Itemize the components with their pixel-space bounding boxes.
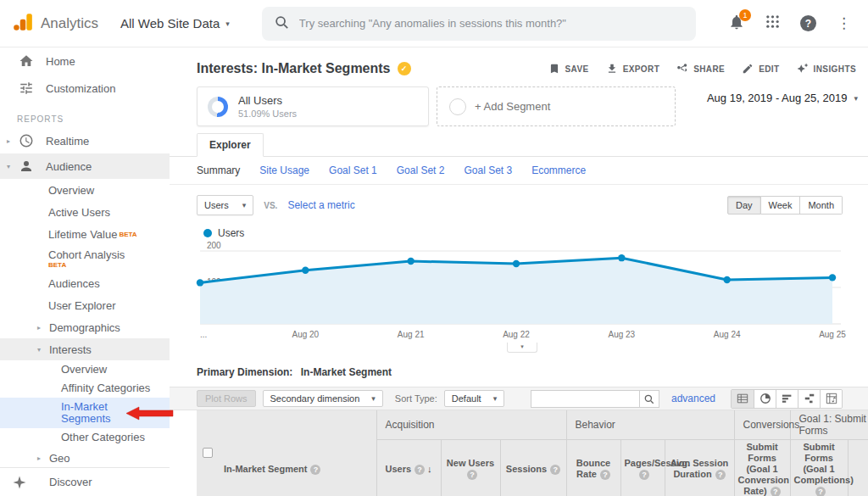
sidebar-item-discover[interactable]: Discover [0, 467, 170, 496]
subtab-summary[interactable]: Summary [197, 164, 240, 176]
help-badge-icon[interactable]: ? [415, 465, 425, 475]
secondary-dimension-dropdown[interactable]: Secondary dimension ▾ [263, 390, 383, 407]
sidebar-item-customization[interactable]: Customization [0, 75, 170, 102]
chevron-down-icon: ▾ [7, 163, 19, 170]
audience-person-icon [19, 159, 34, 174]
tab-explorer[interactable]: Explorer [197, 133, 264, 157]
analytics-logo[interactable]: Analytics [0, 11, 98, 36]
granularity-day-button[interactable]: Day [727, 196, 761, 215]
metric-selector-dropdown[interactable]: Users ▾ [197, 195, 253, 215]
more-menu-button[interactable]: ⋮ [837, 14, 851, 32]
save-button[interactable]: SAVE [548, 63, 589, 75]
group-header-goal1-selector[interactable]: Goal 1: Submit Forms [790, 410, 868, 439]
column-header-clipped[interactable]: Su [848, 439, 868, 496]
notification-badge: 1 [739, 9, 751, 21]
date-range-selector[interactable]: Aug 19, 2019 - Aug 25, 2019 ▾ [707, 92, 861, 104]
column-header-new-users[interactable]: New Users? [441, 439, 500, 496]
add-segment-button[interactable]: + Add Segment [437, 86, 676, 126]
sidebar-item-other-categories[interactable]: Other Categories [0, 428, 170, 447]
sidebar-item-active-users[interactable]: Active Users [0, 201, 170, 223]
pivot-view-icon [826, 393, 837, 404]
svg-text:...: ... [200, 330, 207, 339]
help-badge-icon[interactable]: ? [467, 470, 477, 480]
subtab-site-usage[interactable]: Site Usage [259, 164, 309, 176]
chevron-down-icon: ▾ [37, 346, 49, 354]
granularity-month-button[interactable]: Month [800, 196, 843, 215]
select-all-checkbox[interactable] [203, 448, 213, 458]
help-badge-icon[interactable]: ? [715, 470, 726, 480]
view-percentage-button[interactable] [754, 390, 776, 408]
sidebar-item-user-explorer[interactable]: User Explorer [0, 294, 170, 316]
sidebar-item-demographics[interactable]: ▸ Demographics [0, 316, 170, 338]
help-button[interactable]: ? [800, 15, 816, 31]
chart-collapse-handle[interactable]: ▾ [507, 343, 537, 353]
main-content: Interests: In-Market Segments ✓ SAVE EXP… [170, 47, 868, 496]
sidebar-item-audience[interactable]: ▾ Audience [0, 153, 170, 179]
edit-button[interactable]: EDIT [742, 63, 779, 75]
svg-text:Aug 25: Aug 25 [819, 330, 846, 339]
table-search-input[interactable] [531, 390, 639, 408]
sidebar-item-audiences[interactable]: Audiences [0, 272, 170, 294]
sort-type-dropdown[interactable]: Default ▾ [444, 390, 504, 407]
column-header-users[interactable]: Users?↓ [376, 439, 441, 496]
add-segment-circle-icon [449, 98, 466, 115]
help-badge-icon[interactable]: ? [639, 470, 649, 480]
help-badge-icon[interactable]: ? [310, 465, 320, 475]
all-users-segment-card[interactable]: All Users 51.09% Users [197, 86, 429, 126]
sidebar-item-realtime[interactable]: ▸ Realtime [0, 128, 170, 153]
subtab-goal-set-1[interactable]: Goal Set 1 [329, 164, 377, 176]
column-header-goal1-completions[interactable]: Submit Forms (Goal 1 Completions)? [790, 439, 848, 496]
sidebar-item-in-market-segments[interactable]: In-Market Segments [0, 398, 170, 428]
help-badge-icon[interactable]: ? [815, 487, 826, 496]
advanced-filter-link[interactable]: advanced [671, 393, 715, 404]
subtab-goal-set-3[interactable]: Goal Set 3 [464, 164, 512, 176]
column-header-pages-session[interactable]: Pages/Session? [620, 439, 665, 496]
view-table-button[interactable] [732, 390, 754, 408]
sidebar-item-interests-overview[interactable]: Overview [0, 360, 170, 379]
chevron-down-icon: ▾ [225, 20, 230, 28]
sidebar-item-audience-overview[interactable]: Overview [0, 179, 170, 201]
sidebar-item-home[interactable]: Home [0, 47, 170, 75]
notifications-button[interactable]: 1 [728, 14, 745, 34]
search-icon [274, 14, 289, 33]
global-search[interactable] [262, 7, 696, 41]
column-header-sessions[interactable]: Sessions? [500, 439, 566, 496]
sidebar-item-geo[interactable]: ▸ Geo [0, 447, 170, 469]
sidebar-item-affinity-categories[interactable]: Affinity Categories [0, 379, 170, 398]
beta-badge: BETA [48, 261, 125, 269]
help-badge-icon[interactable]: ? [550, 465, 560, 475]
chevron-down-icon: ▾ [493, 394, 498, 403]
sidebar-item-lifetime-value[interactable]: Lifetime Value BETA [0, 223, 170, 245]
home-icon [19, 53, 34, 69]
vs-label: VS. [264, 201, 277, 210]
column-header-avg-session-duration[interactable]: Avg. Session Duration? [665, 439, 734, 496]
share-button[interactable]: SHARE [676, 63, 725, 75]
svg-text:Aug 20: Aug 20 [292, 330, 319, 339]
table-search-button[interactable] [639, 390, 659, 408]
subtab-ecommerce[interactable]: Ecommerce [531, 164, 586, 176]
help-badge-icon[interactable]: ? [600, 470, 610, 480]
view-comparison-button[interactable] [798, 390, 820, 408]
comparison-view-icon [804, 393, 815, 404]
sidebar-item-cohort-analysis[interactable]: Cohort Analysis BETA [0, 245, 170, 272]
column-header-bounce-rate[interactable]: Bounce Rate? [566, 439, 620, 496]
column-header-in-market-segment[interactable]: In-Market Segment? [219, 439, 376, 496]
sidebar-item-interests[interactable]: ▾ Interests [0, 338, 170, 360]
insights-button[interactable]: INSIGHTS [797, 63, 856, 75]
view-performance-button[interactable] [776, 390, 798, 408]
export-button[interactable]: EXPORT [606, 63, 660, 75]
help-badge-icon[interactable]: ? [771, 487, 781, 496]
help-icon: ? [800, 15, 816, 31]
granularity-week-button[interactable]: Week [761, 196, 801, 215]
customization-icon [19, 81, 34, 96]
view-pivot-button[interactable] [820, 390, 842, 408]
select-a-metric-link[interactable]: Select a metric [287, 199, 354, 211]
primary-dimension-in-market-segment[interactable]: In-Market Segment [301, 366, 392, 378]
global-search-input[interactable] [299, 17, 684, 30]
topbar: Analytics All Web Site Data ▾ 1 ? ⋮ [0, 0, 868, 47]
table-search [531, 390, 659, 408]
google-apps-button[interactable] [765, 14, 780, 32]
subtab-goal-set-2[interactable]: Goal Set 2 [397, 164, 445, 176]
column-header-goal1-conversion-rate[interactable]: Submit Forms (Goal 1 Conversion Rate)? [734, 439, 790, 496]
property-selector[interactable]: All Web Site Data ▾ [120, 16, 230, 31]
